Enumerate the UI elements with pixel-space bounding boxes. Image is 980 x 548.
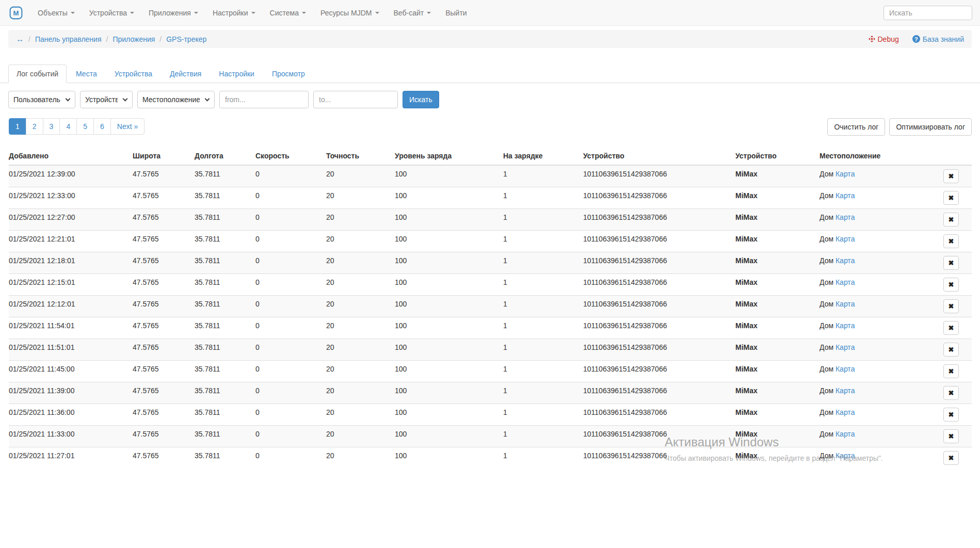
tab-link[interactable]: Места [68, 65, 105, 83]
user-filter-select[interactable]: Пользователь [8, 91, 75, 108]
tab-link[interactable]: Устройства [106, 65, 160, 83]
cell-longitude: 35.7811 [195, 231, 255, 252]
pagination-page[interactable]: 5 [76, 118, 94, 135]
nav-menu-item[interactable]: Приложения [141, 0, 205, 26]
pagination-page[interactable]: 6 [93, 118, 111, 135]
location-name: Дом [820, 408, 836, 416]
map-link[interactable]: Карта [836, 321, 855, 330]
event-log-table: ДобавленоШиротаДолготаСкоростьТочностьУр… [9, 148, 972, 469]
nav-menu-item-label: Выйти [445, 9, 467, 17]
map-link[interactable]: Карта [836, 213, 855, 221]
breadcrumb-item[interactable]: Приложения [113, 35, 155, 43]
map-link[interactable]: Карта [836, 452, 855, 460]
device-name: MiMax [735, 321, 758, 330]
cell-device-name: MiMax [735, 361, 820, 382]
nav-menu-item[interactable]: Веб-сайт [387, 0, 439, 26]
cell-speed: 0 [255, 231, 326, 252]
cell-location: Дом Карта [820, 231, 940, 252]
pagination-page[interactable]: 1 [9, 118, 26, 135]
pagination-page[interactable]: 3 [43, 118, 60, 135]
knowledge-base-link[interactable]: ? База знаний [912, 35, 964, 43]
delete-row-button[interactable]: ✖ [943, 234, 959, 248]
breadcrumb-home-icon[interactable]: ↔ [16, 35, 24, 43]
cell-device-id: 101106396151429387066 [583, 209, 735, 231]
cell-accuracy: 20 [326, 382, 395, 404]
debug-link[interactable]: Debug [869, 35, 899, 43]
delete-row-button[interactable]: ✖ [943, 408, 959, 422]
cell-actions: ✖ [940, 426, 972, 447]
device-filter-select[interactable]: Устройство [80, 91, 133, 108]
cell-added: 01/25/2021 11:33:00 [9, 426, 133, 447]
cell-actions: ✖ [940, 231, 972, 252]
date-to-input[interactable] [313, 91, 398, 108]
delete-row-button[interactable]: ✖ [943, 364, 959, 378]
cell-location: Дом Карта [820, 361, 940, 382]
app-logo-icon[interactable]: M [9, 6, 23, 20]
delete-row-button[interactable]: ✖ [943, 299, 959, 313]
optimize-log-button[interactable]: Оптимизировать лог [889, 118, 972, 136]
cell-battery: 100 [395, 187, 503, 209]
delete-row-button[interactable]: ✖ [943, 386, 959, 400]
nav-menu-item[interactable]: Система [263, 0, 313, 26]
nav-menu-item[interactable]: Выйти [438, 0, 474, 26]
map-link[interactable]: Карта [836, 191, 855, 200]
cell-added: 01/25/2021 12:27:00 [9, 209, 133, 231]
cell-longitude: 35.7811 [195, 296, 255, 317]
map-link[interactable]: Карта [836, 408, 855, 416]
nav-menu-item[interactable]: Устройства [82, 0, 141, 26]
tab-link[interactable]: Лог событий [8, 65, 67, 83]
map-link[interactable]: Карта [836, 235, 855, 243]
nav-menu-item[interactable]: Ресурсы MJDM [313, 0, 387, 26]
delete-row-button[interactable]: ✖ [943, 429, 959, 443]
map-link[interactable]: Карта [836, 386, 855, 395]
cell-speed: 0 [255, 447, 326, 469]
map-link[interactable]: Карта [836, 170, 855, 178]
tab-link[interactable]: Просмотр [264, 65, 313, 83]
tab-link[interactable]: Настройки [211, 65, 263, 83]
cell-battery: 100 [395, 426, 503, 447]
date-from-input[interactable] [219, 91, 309, 108]
pagination-next[interactable]: Next » [110, 118, 144, 135]
cell-device-id: 101106396151429387066 [583, 404, 735, 426]
map-link[interactable]: Карта [836, 256, 855, 265]
map-link[interactable]: Карта [836, 430, 855, 438]
nav-menu-item[interactable]: Объекты [30, 0, 82, 26]
knowledge-base-label: База знаний [923, 35, 964, 43]
map-link[interactable]: Карта [836, 278, 855, 286]
cell-longitude: 35.7811 [195, 252, 255, 274]
pagination-page[interactable]: 4 [59, 118, 77, 135]
debug-label: Debug [878, 35, 899, 43]
delete-row-button[interactable]: ✖ [943, 169, 959, 183]
cell-accuracy: 20 [326, 447, 395, 469]
table-row: 01/25/2021 12:21:0147.576535.78110201001… [9, 231, 972, 252]
cell-accuracy: 20 [326, 361, 395, 382]
caret-down-icon [194, 12, 198, 14]
delete-row-button[interactable]: ✖ [943, 343, 959, 357]
cell-speed: 0 [255, 252, 326, 274]
nav-menu-item[interactable]: Настройки [205, 0, 263, 26]
cell-device-id: 101106396151429387066 [583, 447, 735, 469]
map-link[interactable]: Карта [836, 343, 855, 351]
tab-link[interactable]: Действия [162, 65, 210, 83]
tab-item: Действия [162, 65, 210, 83]
cell-added: 01/25/2021 11:27:01 [9, 447, 133, 469]
delete-row-button[interactable]: ✖ [943, 191, 959, 205]
global-search-input[interactable] [883, 6, 972, 20]
location-name: Дом [820, 278, 836, 286]
delete-row-button[interactable]: ✖ [943, 451, 959, 465]
delete-row-button[interactable]: ✖ [943, 321, 959, 335]
clear-log-button[interactable]: Очистить лог [827, 118, 885, 136]
map-link[interactable]: Карта [836, 300, 855, 308]
column-header [940, 148, 972, 165]
pagination-page[interactable]: 2 [26, 118, 43, 135]
delete-row-button[interactable]: ✖ [943, 278, 959, 292]
breadcrumb-item[interactable]: Панель управления [35, 35, 102, 43]
search-button[interactable]: Искать [403, 91, 439, 108]
cell-accuracy: 20 [326, 317, 395, 339]
delete-row-button[interactable]: ✖ [943, 256, 959, 270]
cell-longitude: 35.7811 [195, 339, 255, 361]
location-filter-select[interactable]: Местоположение [137, 91, 215, 108]
map-link[interactable]: Карта [836, 365, 855, 373]
delete-row-button[interactable]: ✖ [943, 213, 959, 227]
breadcrumb-item[interactable]: GPS-трекер [166, 35, 206, 43]
